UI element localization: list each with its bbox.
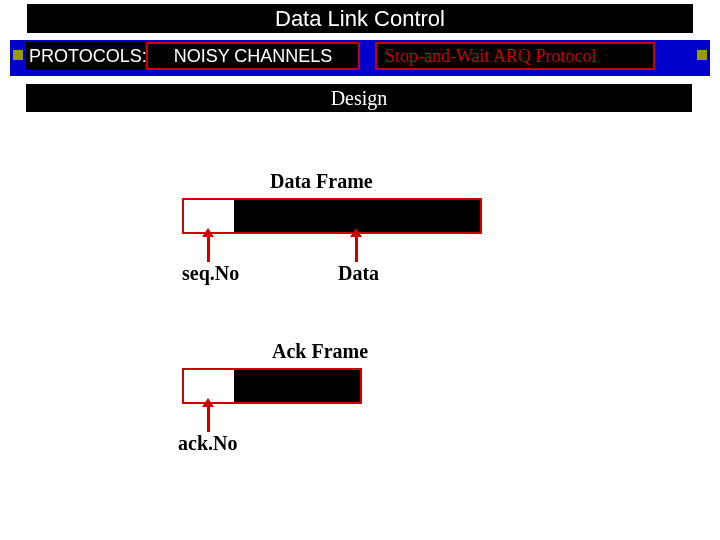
data-frame-title: Data Frame xyxy=(270,170,373,193)
arrow-line-icon xyxy=(207,234,210,262)
page-title: Data Link Control xyxy=(27,4,693,33)
protocol-name-box: Stop-and-Wait ARQ Protocol xyxy=(375,42,655,70)
arrow-line-icon xyxy=(355,234,358,262)
arrowhead-icon xyxy=(202,398,214,407)
arrowhead-icon xyxy=(350,228,362,237)
seqno-label: seq.No xyxy=(182,262,239,285)
arrowhead-icon xyxy=(202,228,214,237)
channel-type-box: NOISY CHANNELS xyxy=(146,42,360,70)
section-title: Design xyxy=(26,84,692,112)
arrow-line-icon xyxy=(207,404,210,432)
ack-rest-field xyxy=(234,370,360,402)
bullet-icon xyxy=(13,50,23,60)
ackno-label: ack.No xyxy=(178,432,237,455)
ack-frame-title: Ack Frame xyxy=(272,340,368,363)
bullet-icon xyxy=(697,50,707,60)
protocols-label: PROTOCOLS: xyxy=(26,42,145,70)
data-label: Data xyxy=(338,262,379,285)
data-frame-diagram xyxy=(182,198,482,234)
